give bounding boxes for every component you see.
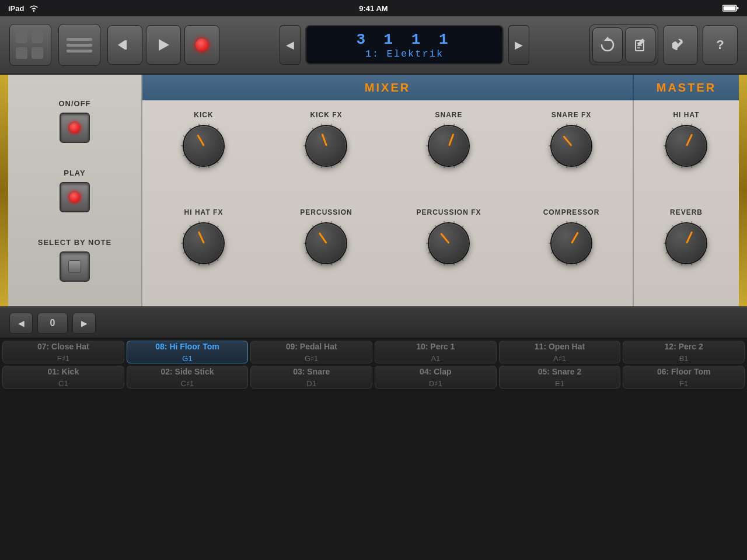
master-knobs-grid: HI HATREVERB xyxy=(634,100,739,306)
mixer-header: MIXER xyxy=(142,75,634,100)
pad-12[interactable]: 12: Perc 2B1 xyxy=(623,341,745,363)
grid-view-button[interactable] xyxy=(9,24,51,66)
on-off-group: ON/OFF xyxy=(58,99,90,143)
rewind-button[interactable] xyxy=(107,25,142,65)
knob-label: HI HAT FX xyxy=(184,208,224,216)
left-panel: ON/OFF PLAY SELECT BY NOTE xyxy=(8,75,142,306)
display-container: ◀ 3 1 1 1 1: Elektrik ▶ xyxy=(226,25,582,65)
wifi-icon xyxy=(29,4,39,12)
display-screen: 3 1 1 1 1: Elektrik xyxy=(305,25,504,65)
knob-hi-hat[interactable] xyxy=(663,123,710,169)
knob-hi-hat-fx[interactable] xyxy=(180,220,227,267)
knob-cell-percussion: PERCUSSION xyxy=(265,204,388,301)
knob-kick-fx[interactable] xyxy=(303,123,350,169)
pad-07[interactable]: 07: Close HatF♯1 xyxy=(2,341,124,363)
battery-icon xyxy=(722,4,739,12)
edit-button[interactable] xyxy=(625,27,655,62)
pad-name: 12: Perc 2 xyxy=(665,341,703,352)
nav-bar: ◀ 0 ▶ xyxy=(0,308,747,338)
pad-05[interactable]: 05: Snare 2E1 xyxy=(499,366,621,388)
status-right xyxy=(722,4,739,12)
list-view-button[interactable] xyxy=(58,24,100,66)
knob-snare[interactable] xyxy=(425,123,472,169)
record-button[interactable] xyxy=(184,25,219,65)
status-time: 9:41 AM xyxy=(359,4,388,13)
pad-04[interactable]: 04: ClapD♯1 xyxy=(375,366,497,388)
master-header: MASTER xyxy=(634,75,739,100)
knob-cell-compressor: COMPRESSOR xyxy=(510,204,633,301)
knob-label: KICK FX xyxy=(310,111,343,119)
pad-01[interactable]: 01: KickC1 xyxy=(2,366,124,388)
wrench-button[interactable] xyxy=(663,25,698,65)
pad-note: A♯1 xyxy=(553,354,566,363)
knob-indicator xyxy=(197,134,205,146)
knob-percussion-fx[interactable] xyxy=(425,220,472,267)
svg-marker-3 xyxy=(118,40,125,50)
nav-prev-button[interactable]: ◀ xyxy=(9,313,33,334)
undo-redo-group xyxy=(589,24,658,65)
svg-marker-5 xyxy=(159,39,169,51)
knob-body[interactable] xyxy=(666,223,706,263)
instrument-area: ON/OFF PLAY SELECT BY NOTE MIXER MASTER xyxy=(0,75,747,308)
knob-body[interactable] xyxy=(551,223,591,263)
play-button[interactable] xyxy=(146,25,181,65)
knob-indicator xyxy=(686,231,693,243)
display-next-button[interactable]: ▶ xyxy=(508,25,529,65)
left-border xyxy=(0,75,8,306)
knobs-area: KICKKICK FXSNARESNARE FXHI HAT FXPERCUSS… xyxy=(142,100,739,306)
pad-11[interactable]: 11: Open HatA♯1 xyxy=(499,341,621,363)
pad-08[interactable]: 08: Hi Floor TomG1 xyxy=(127,341,249,363)
nav-next-button[interactable]: ▶ xyxy=(72,313,96,334)
pad-note: C♯1 xyxy=(181,379,194,388)
pad-09[interactable]: 09: Pedal HatG♯1 xyxy=(250,341,372,363)
knob-percussion[interactable] xyxy=(303,220,350,267)
pad-03[interactable]: 03: SnareD1 xyxy=(250,366,372,388)
pad-02[interactable]: 02: Side StickC♯1 xyxy=(127,366,249,388)
knob-body[interactable] xyxy=(184,223,224,263)
knob-body[interactable] xyxy=(551,126,591,166)
knob-cell-hi-hat: HI HAT xyxy=(634,106,739,204)
pad-name: 05: Snare 2 xyxy=(538,366,582,377)
knob-snare-fx[interactable] xyxy=(548,123,595,169)
svg-point-11 xyxy=(675,48,678,50)
knob-kick[interactable] xyxy=(180,123,227,169)
pad-10[interactable]: 10: Perc 1A1 xyxy=(375,341,497,363)
help-button[interactable]: ? xyxy=(703,25,738,65)
status-left: iPad xyxy=(8,4,39,13)
knob-label: SNARE xyxy=(435,111,462,119)
knob-cell-percussion-fx: PERCUSSION FX xyxy=(388,204,510,301)
knob-cell-snare: SNARE xyxy=(388,106,510,204)
knob-indicator xyxy=(197,231,204,243)
knob-reverb[interactable] xyxy=(663,220,710,267)
pad-name: 10: Perc 1 xyxy=(416,341,455,352)
knob-indicator xyxy=(440,233,449,244)
select-by-note-led xyxy=(68,260,81,273)
play-button-led[interactable] xyxy=(60,182,90,212)
knob-body[interactable] xyxy=(666,126,706,166)
knob-body[interactable] xyxy=(429,126,469,166)
knob-compressor[interactable] xyxy=(548,220,595,267)
select-by-note-label: SELECT BY NOTE xyxy=(38,238,111,247)
select-by-note-group: SELECT BY NOTE xyxy=(38,238,111,282)
on-off-button[interactable] xyxy=(60,113,90,143)
knob-cell-reverb: REVERB xyxy=(634,204,739,301)
pad-06[interactable]: 06: Floor TomF1 xyxy=(623,366,745,388)
knob-cell-snare-fx: SNARE FX xyxy=(510,106,633,204)
knob-body[interactable] xyxy=(306,126,346,166)
pad-note: A1 xyxy=(431,354,440,363)
select-by-note-button[interactable] xyxy=(60,251,90,282)
pad-name: 11: Open Hat xyxy=(535,341,585,352)
knob-label: REVERB xyxy=(670,208,703,216)
pad-note: D♯1 xyxy=(429,379,442,388)
master-title: MASTER xyxy=(657,81,716,94)
knob-label: SNARE FX xyxy=(551,111,592,119)
knob-body[interactable] xyxy=(429,223,469,263)
knob-indicator xyxy=(686,134,693,146)
refresh-button[interactable] xyxy=(592,27,623,62)
pad-note: F1 xyxy=(679,379,688,388)
pad-note: G1 xyxy=(182,354,192,363)
knob-body[interactable] xyxy=(184,126,224,166)
display-prev-button[interactable]: ◀ xyxy=(280,25,301,65)
knob-cell-hi-hat-fx: HI HAT FX xyxy=(142,204,265,301)
knob-body[interactable] xyxy=(306,223,346,263)
